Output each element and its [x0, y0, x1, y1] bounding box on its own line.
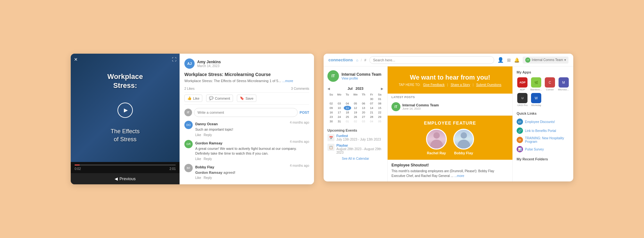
corner-icon[interactable]: C	[545, 77, 555, 88]
event-details: Playbar August 28th 2023 - August 29th 2…	[336, 144, 383, 154]
cal-day[interactable]: 26	[352, 115, 359, 119]
post-date: June 14, 2023	[402, 107, 439, 110]
comment-input[interactable]	[194, 108, 298, 117]
shoutout-more-link[interactable]: ...more	[454, 174, 464, 178]
cal-today[interactable]: 11	[344, 106, 351, 110]
comment-text: Gordon Ramsay agreed!	[195, 170, 309, 175]
quick-links-section: Quick Links 🏷 Employee Discounts! 🔗 Link…	[517, 111, 569, 152]
event-item: 📋 Playbar August 28th 2023 - August 29th…	[327, 144, 383, 154]
cal-day[interactable]: 29	[376, 115, 383, 119]
workday-icon[interactable]: W	[531, 93, 541, 103]
cal-day[interactable]: 01	[376, 97, 383, 101]
cal-day[interactable]: 06	[360, 101, 367, 106]
like-reaction[interactable]: Like	[195, 133, 201, 137]
cal-day[interactable]: 14	[368, 106, 375, 110]
more-link[interactable]: ...more	[282, 79, 293, 83]
grid-icon[interactable]: ⊞	[507, 58, 511, 63]
left-panel: ✕ ⛶ WorkplaceStress: ▶ The Effectsof Str…	[71, 54, 314, 184]
cal-day[interactable]: 12	[352, 106, 359, 110]
save-button[interactable]: 🔖 Save	[237, 95, 256, 102]
quick-link-discounts[interactable]: 🏷 Employee Discounts!	[517, 119, 569, 125]
progress-bar[interactable]	[75, 165, 176, 165]
post-comment-button[interactable]: POST	[300, 111, 309, 114]
calendar-title: Jul 2023	[348, 87, 364, 90]
video-section: ✕ ⛶ WorkplaceStress: ▶ The Effectsof Str…	[71, 54, 180, 184]
reply-reaction[interactable]: Reply	[204, 157, 212, 161]
cal-day[interactable]: 13	[360, 106, 367, 110]
app-sidebar-right: My Apps ADP ADP 🌿 Bamboo... C Corner	[512, 66, 573, 181]
cal-day[interactable]: 23	[327, 115, 335, 119]
cal-day[interactable]: 31	[335, 119, 343, 124]
close-icon[interactable]: ✕	[74, 57, 78, 62]
calendar-prev[interactable]: ◀	[327, 87, 330, 90]
ukg-icon[interactable]: U	[517, 93, 527, 103]
post-description: Workplace Stress: The Effects of Stress …	[184, 79, 309, 83]
cal-day[interactable]: 15	[376, 106, 383, 110]
notification-icon[interactable]: 🔔	[514, 58, 519, 63]
like-reaction[interactable]: Like	[195, 157, 201, 161]
see-all-calendar-link[interactable]: See All in Calendar	[327, 157, 383, 160]
cal-day[interactable]: 08	[376, 101, 383, 106]
cal-day[interactable]: 19	[352, 110, 359, 115]
nav-home[interactable]: ⌂	[356, 58, 358, 62]
comment-button[interactable]: 💬 Comment	[206, 95, 233, 102]
cal-day[interactable]: 24	[335, 115, 343, 119]
cal-day[interactable]: 02	[327, 101, 335, 106]
latest-posts-label: LATEST POSTS	[388, 94, 512, 100]
previous-button[interactable]: ◀ Previous	[115, 176, 136, 181]
bamboo-icon[interactable]: 🌿	[531, 77, 541, 88]
share-story-link[interactable]: Share a Story	[451, 83, 470, 87]
event-date: July 13th 2023 - July 13th 2023	[336, 138, 381, 141]
give-feedback-link[interactable]: Give Feedback	[423, 83, 445, 87]
hero-banner[interactable]: We want to hear from you! TAP HERE TO: G…	[388, 66, 512, 94]
user-icon[interactable]: 👤	[497, 57, 504, 63]
cal-day[interactable]: 21	[368, 110, 375, 115]
calendar-next[interactable]: ▶	[381, 87, 383, 90]
post-author-info: Internal Comms Team June 14, 2023	[402, 103, 439, 110]
cal-day[interactable]: 05	[352, 101, 359, 106]
cal-day[interactable]: 25	[344, 115, 351, 119]
comment-section: AJ Amy Jenkins March 14, 2023 Workplace …	[180, 54, 314, 184]
view-profile-link[interactable]: View profile	[342, 77, 381, 80]
cal-day[interactable]: 20	[360, 110, 367, 115]
cal-day[interactable]: 27	[360, 115, 367, 119]
like-button[interactable]: 👍 Like	[184, 95, 202, 102]
cal-header-mo: Mo	[335, 92, 343, 97]
reply-reaction[interactable]: Reply	[204, 133, 212, 137]
cal-day[interactable]: 30	[327, 119, 335, 124]
comment-body: Danny Ocean 4 months ago Such an importa…	[195, 121, 309, 136]
post-author-name: Internal Comms Team	[402, 103, 439, 107]
cal-day[interactable]: 03	[335, 101, 343, 106]
quick-link-benefits[interactable]: 🔗 Link to Benefits Portal	[517, 127, 569, 134]
expand-icon[interactable]: ⛶	[172, 57, 176, 62]
cal-header-we: We	[352, 92, 359, 97]
cal-day[interactable]: 04	[344, 101, 351, 106]
like-reaction[interactable]: Like	[195, 176, 201, 180]
cal-day[interactable]: 22	[376, 110, 383, 115]
team-profile: IT Internal Comms Team View profile	[327, 70, 383, 82]
cal-day[interactable]: 10	[335, 106, 343, 110]
microsoft-icon[interactable]: M	[559, 77, 569, 88]
adp-icon[interactable]: ADP	[517, 77, 527, 88]
play-button[interactable]: ▶	[117, 103, 133, 118]
reply-reaction[interactable]: Reply	[204, 176, 212, 180]
cal-day[interactable]: 07	[368, 101, 375, 106]
submit-questions-link[interactable]: Submit Questions	[476, 83, 501, 87]
quick-link-training[interactable]: ⟳ TRAINING: New Hospitality Program	[517, 136, 569, 143]
cal-day[interactable]: 17	[335, 110, 343, 115]
cal-day[interactable]: 28	[368, 115, 375, 119]
user-badge[interactable]: IT Internal Comms Team ▾	[523, 57, 568, 64]
quick-link-pulse-survey[interactable]: 📊 Pulse Survey	[517, 146, 569, 152]
microsoft-label: Microso...	[558, 88, 569, 91]
bobby-flay-name: Bobby Flay	[454, 151, 473, 155]
search-input[interactable]	[369, 56, 494, 64]
comment-item: GR Gordon Ramsay 4 months ago A great co…	[184, 140, 309, 161]
event-name[interactable]: Funfest	[336, 134, 381, 138]
cal-day[interactable]: 09	[327, 106, 335, 110]
cal-day[interactable]: 18	[344, 110, 351, 115]
cal-day[interactable]: 30	[368, 97, 375, 101]
event-name[interactable]: Playbar	[336, 144, 383, 147]
comment-author: Bobby Flay	[195, 165, 214, 169]
employee-photos: Rachel Ray Bobby Flay	[426, 129, 474, 155]
cal-day[interactable]: 16	[327, 110, 335, 115]
